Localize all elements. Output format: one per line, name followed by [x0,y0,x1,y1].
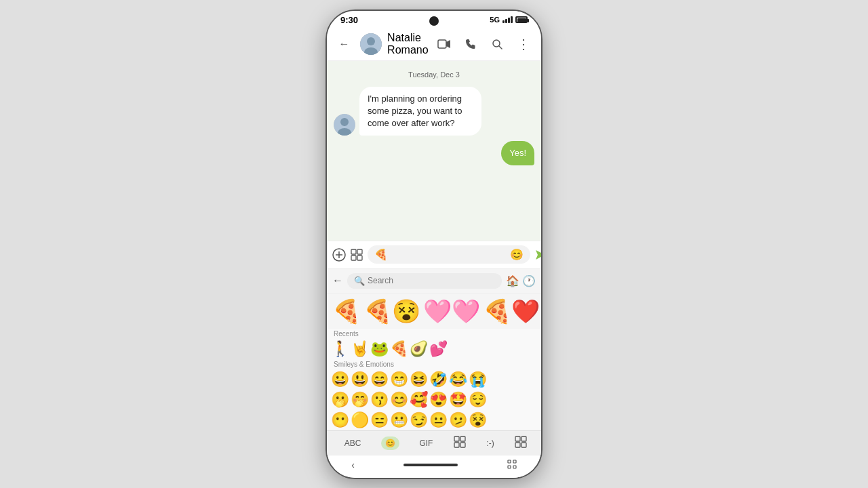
smiley-22[interactable]: 😐 [429,411,448,429]
recent-emoji-1[interactable]: 🚶 [331,340,349,358]
svg-rect-22 [515,436,520,441]
smileys-row-1: 😀 😃 😄 😁 😆 🤣 😂 😭 [327,369,541,390]
recents-label: Recents [327,329,541,339]
recent-emoji-5[interactable]: 🥑 [410,340,428,358]
smiley-1[interactable]: 😀 [331,371,349,388]
sticker-pizza-2[interactable]: 🍕😵 [363,298,420,325]
smiley-2[interactable]: 😃 [351,371,369,388]
nav-back-gesture[interactable]: ‹ [351,460,355,470]
emoji-tab[interactable]: 😊 [381,436,399,450]
svg-rect-15 [351,256,356,260]
sticker-picker-button[interactable] [350,245,363,264]
date-label: Tuesday, Dec 3 [334,70,534,79]
smiley-5[interactable]: 😆 [410,371,428,388]
svg-rect-21 [460,443,465,447]
svg-rect-14 [357,249,362,254]
smiley-4[interactable]: 😁 [390,371,408,388]
smiley-20[interactable]: 😬 [390,411,408,429]
message-input[interactable] [392,249,506,260]
signal-bar-3 [508,18,510,23]
incoming-bubble: I'm planning on ordering some pizza, you… [359,87,481,136]
smileys-row-2: 🫢 🤭 😗 😊 🥰 😍 🤩 😌 [327,390,541,410]
input-row: 🍕 😊 [327,241,541,268]
back-button[interactable]: ← [334,33,355,55]
text-emoji-tab[interactable]: :-) [482,436,498,450]
svg-rect-19 [460,436,465,441]
smiley-12[interactable]: 😊 [390,391,408,409]
gif-tab[interactable]: GIF [415,436,437,450]
svg-rect-27 [513,460,516,463]
abc-tab[interactable]: ABC [340,436,366,450]
smiley-11[interactable]: 😗 [370,391,389,409]
smiley-16[interactable]: 😌 [469,391,487,409]
svg-rect-16 [357,256,362,260]
smiley-8[interactable]: 😭 [469,371,487,388]
signal-bars [502,16,513,23]
svg-rect-3 [438,40,446,48]
smiley-18[interactable]: 🟡 [351,411,369,429]
video-call-button[interactable] [434,33,455,55]
emoji-search-input[interactable] [368,276,495,285]
avatar-image [360,33,382,55]
smiley-9[interactable]: 🫢 [331,391,349,409]
smiley-23[interactable]: 🫤 [449,411,467,429]
sticker-pizza-heart[interactable]: 🍕❤️ [483,298,540,325]
smiley-3[interactable]: 😄 [370,371,389,388]
search-button[interactable] [487,33,508,55]
incoming-message-text: I'm planning on ordering some pizza, you… [368,94,462,128]
smiley-17[interactable]: 😶 [331,411,349,429]
sticker-hearts[interactable]: 🩷🩷 [423,298,480,325]
smiley-10[interactable]: 🤭 [351,391,369,409]
search-icon: 🔍 [354,276,365,286]
network-label: 5G [490,16,500,24]
smiley-21[interactable]: 😏 [410,411,428,429]
recents-row: 🚶 🤘 🐸 🍕 🥑 💕 [327,339,541,359]
more-options-button[interactable]: ⋮ [513,33,534,55]
chat-area: Tuesday, Dec 3 I'm planning on ordering … [327,61,541,241]
send-button[interactable] [534,245,542,264]
smileys-label: Smileys & Emotions [327,359,541,369]
svg-rect-29 [513,466,516,468]
smiley-24[interactable]: 😵 [469,411,487,429]
emoji-back-button[interactable]: ← [332,274,343,287]
svg-marker-4 [446,40,450,48]
nav-recents-button[interactable] [507,460,517,471]
svg-rect-25 [521,443,526,447]
home-nav-icon[interactable]: 🏠 [506,274,519,287]
battery-fill [517,18,526,22]
recents-nav-icon[interactable]: 🕐 [522,274,536,287]
smiley-13[interactable]: 🥰 [410,391,428,409]
add-attachment-button[interactable] [332,245,346,264]
outgoing-message-text: Yes! [509,148,526,158]
emoji-search-input-wrap: 🔍 [347,273,502,289]
nav-bar: ‹ [327,455,541,478]
more-tab[interactable] [514,435,528,452]
recent-emoji-2[interactable]: 🤘 [351,340,369,358]
svg-rect-24 [515,443,520,447]
smiley-15[interactable]: 🤩 [449,391,467,409]
sticker-tab[interactable] [453,435,467,452]
phone-shell: 9:30 5G ← Nat [326,9,542,479]
recent-emoji-3[interactable]: 🐸 [370,340,389,358]
recent-emoji-4[interactable]: 🍕 [390,340,408,358]
smileys-row-3: 😶 🟡 😑 😬 😏 😐 🫤 😵 [327,410,541,430]
pizza-emoji-in-input: 🍕 [374,248,388,261]
sticker-pizza-1[interactable]: 🍕 [332,298,361,325]
smiley-6[interactable]: 🤣 [429,371,448,388]
emoji-search-bar: ← 🔍 🏠 🕐 [327,269,541,293]
status-icons: 5G [490,16,528,24]
svg-point-1 [367,37,375,45]
status-bar: 9:30 5G [327,11,541,28]
emoji-picker-button[interactable]: 😊 [510,248,524,261]
svg-rect-20 [454,443,459,447]
phone-call-button[interactable] [460,33,481,55]
smiley-14[interactable]: 😍 [429,391,448,409]
recent-emoji-6[interactable]: 💕 [429,340,448,358]
svg-rect-18 [454,436,459,441]
smiley-7[interactable]: 😂 [449,371,467,388]
outgoing-bubble: Yes! [501,141,534,165]
incoming-avatar [334,114,355,136]
nav-home-bar[interactable] [403,464,458,466]
smiley-19[interactable]: 😑 [370,411,389,429]
keyboard-tabs: ABC 😊 GIF :-) [327,430,541,455]
